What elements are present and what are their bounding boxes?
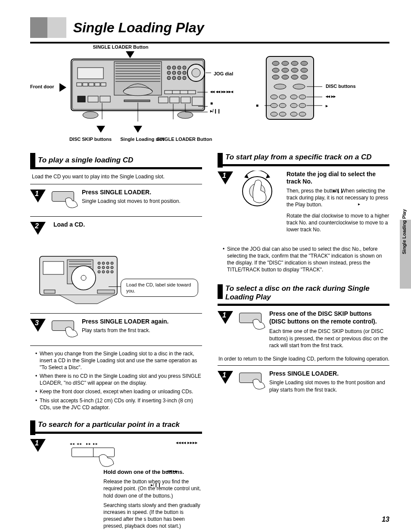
svg-point-62: [301, 68, 308, 72]
top-figures: Front door SINGLE LOADER Button: [30, 50, 389, 145]
svg-point-67: [274, 84, 286, 89]
page-number: 13: [382, 516, 389, 523]
hand-icon: [65, 326, 80, 339]
label-stop: ■: [210, 101, 213, 106]
remote-stop-label: ■: [256, 103, 258, 108]
step-disc-1: 1 Press one of the DISC SKIP buttons (DI…: [218, 310, 389, 349]
remote-illustration: [263, 56, 323, 120]
svg-point-65: [291, 75, 298, 79]
svg-point-15: [177, 66, 181, 69]
svg-rect-54: [266, 56, 314, 119]
svg-point-23: [177, 76, 181, 80]
svg-point-20: [183, 71, 186, 75]
step-search: 1 ◂◂ ◂◂ ▸▸ ▸▸ Hold down one of the butto…: [30, 438, 202, 530]
svg-point-102: [102, 271, 105, 273]
svg-point-22: [172, 76, 176, 80]
svg-rect-28: [83, 83, 88, 86]
jog-dial-figure: [237, 171, 275, 205]
svg-point-55: [272, 61, 279, 65]
svg-point-14: [172, 66, 176, 69]
step-head-2: Load a CD.: [53, 221, 202, 229]
step-head-disc1: Press one of the DISC SKIP buttons (DISC…: [269, 310, 389, 325]
arrow-slot: [134, 126, 142, 133]
svg-point-99: [106, 266, 109, 269]
svg-point-13: [167, 66, 171, 69]
svg-marker-107: [244, 174, 249, 178]
step-num-jog: 1: [222, 172, 226, 180]
label-play-pause: ▸/❙❙: [210, 109, 221, 113]
svg-point-94: [102, 262, 105, 264]
svg-point-61: [291, 68, 298, 72]
remote-disc-label: DISC buttons: [326, 84, 356, 89]
svg-point-73: [271, 103, 277, 108]
jog-sym1: ▸/❙❙: [333, 188, 343, 194]
step-body-1: Single Loading slot moves to front posit…: [82, 198, 202, 205]
search-sym-hold: ◂◂◂◂ ▸▸▸▸: [176, 440, 198, 445]
svg-point-17: [167, 71, 171, 75]
svg-point-59: [272, 68, 279, 72]
svg-point-80: [299, 112, 306, 116]
unit-open-illustration: [37, 249, 123, 305]
notes-list: When you change from the Single Loading …: [35, 350, 202, 411]
step-head-1: Press SINGLE LOADER.: [82, 189, 202, 196]
svg-rect-38: [181, 97, 190, 103]
svg-point-58: [301, 61, 308, 65]
side-tab: Single Loading Play: [400, 220, 411, 289]
search-sym-play: ▸/❙❙: [151, 482, 161, 487]
svg-point-71: [290, 95, 297, 99]
svg-point-101: [98, 271, 100, 273]
svg-point-24: [183, 76, 186, 80]
label-single-loader-2: SINGLE LOADER Button: [154, 137, 215, 142]
jog-sym2: ▸: [358, 201, 360, 207]
label-jog-dial: JOG dial: [214, 71, 233, 76]
step-num-2: 2: [35, 222, 39, 230]
right-column: To start play from a specific track on a…: [218, 149, 389, 532]
label-disc-skip: DISC SKIP buttons: [65, 137, 116, 142]
label-front-door: Front door: [30, 84, 54, 89]
disc-return-intro: In order to return to the Single loading…: [218, 356, 389, 362]
section-play-single: To play a single loading CD: [30, 153, 202, 165]
svg-rect-29: [89, 83, 94, 86]
svg-point-75: [290, 103, 297, 108]
header-rule: [30, 42, 389, 44]
step-jog: 1 Rotate the jog dial to select the trac…: [218, 171, 389, 240]
svg-rect-106: [97, 290, 115, 293]
svg-point-70: [279, 95, 286, 99]
step-head-jog: Rotate the jog dial to select the track …: [286, 171, 389, 186]
header-icon: [30, 17, 66, 39]
remote-play-label: ▸: [326, 103, 328, 108]
svg-point-79: [290, 112, 297, 116]
svg-point-18: [172, 71, 176, 75]
unit-figure: [69, 50, 220, 124]
step-num-disc1: 1: [222, 311, 226, 319]
label-single-loader: SINGLE LOADER Button: [86, 44, 155, 50]
svg-point-69: [271, 95, 277, 99]
jog-illustration: [237, 171, 278, 209]
svg-point-16: [183, 66, 186, 69]
step-num-disc2: 1: [222, 371, 226, 379]
svg-point-57: [291, 61, 298, 65]
arrow-disc-skip: [97, 126, 105, 133]
step-head-3: Press SINGLE LOADER again.: [82, 318, 202, 326]
search-line3: Searching starts slowly and then gradual…: [103, 502, 202, 530]
remote-skip-label: ◂◂ ▸▸: [326, 94, 336, 99]
svg-rect-34: [100, 96, 110, 102]
svg-point-97: [98, 266, 100, 269]
button-icon-4: [238, 370, 265, 392]
step-head-disc2: Press SINGLE LOADER.: [269, 370, 389, 378]
note-2: When there is no CD in the Single Loadin…: [35, 373, 202, 386]
hand-icon: [252, 378, 268, 391]
svg-point-11: [123, 87, 153, 96]
hand-icon: [252, 318, 268, 331]
jog-text1: Then, press the button. When selecting t…: [286, 187, 389, 208]
step-1: 1 Press SINGLE LOADER. Single Loading sl…: [30, 189, 202, 210]
svg-point-21: [167, 76, 171, 80]
svg-point-78: [279, 112, 286, 116]
svg-point-77: [271, 112, 277, 116]
svg-point-100: [111, 266, 113, 269]
cd-unit-illustration: [69, 50, 211, 124]
section-title-1: To play a single loading CD: [38, 153, 202, 165]
svg-rect-86: [43, 261, 64, 274]
section-select-disc: To select a disc on the rack during Sing…: [218, 284, 389, 301]
hand-icon: [65, 196, 80, 209]
